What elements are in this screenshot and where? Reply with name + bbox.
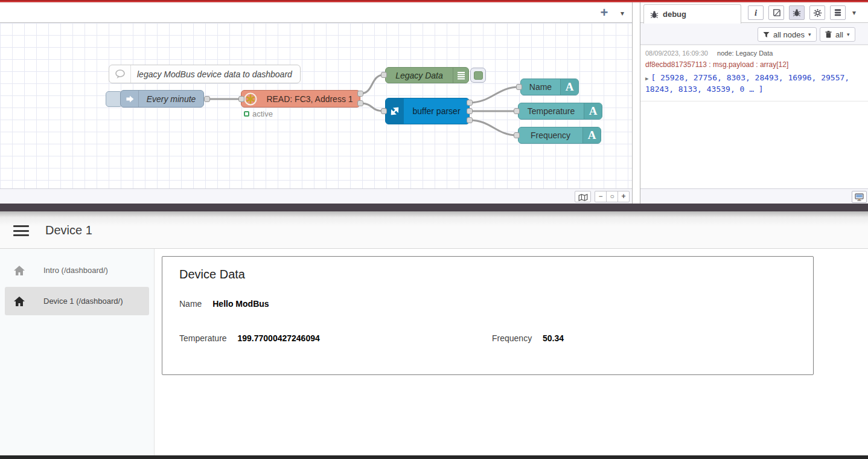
status-text: active: [252, 109, 273, 118]
message-meta: 08/09/2023, 16:09:30 node: Legacy Data: [645, 50, 864, 57]
ui-text-label: Temperature: [519, 103, 584, 119]
field-name: Name Hello ModBus: [179, 299, 269, 309]
comment-label: legacy ModBus device data to dashboard: [131, 65, 300, 83]
ui-text-node-temperature[interactable]: Temperature A: [518, 103, 602, 120]
dashboard-sidebar: Intro (/dashboard/) Device 1 (/dashboard…: [0, 249, 155, 455]
flow-list-caret-icon[interactable]: ▾: [617, 8, 628, 19]
flow-workspace[interactable]: + ▾: [0, 2, 633, 204]
info-tab-button[interactable]: i: [748, 5, 764, 20]
debug-node-label: Legacy Data: [386, 68, 453, 83]
filter-label: all nodes: [773, 30, 805, 39]
sidebar-footer: [640, 188, 868, 204]
field-label: Name: [179, 299, 202, 309]
modbus-status: active: [244, 109, 273, 118]
payload-line1: [ 25928, 27756, 8303, 28493, 16996, 2955…: [651, 73, 849, 82]
trash-icon: [825, 31, 832, 38]
ui-text-label: Name: [521, 79, 560, 95]
debug-tab-button[interactable]: [789, 5, 805, 20]
debug-enable-toggle[interactable]: [470, 68, 486, 83]
bug-icon: [650, 10, 659, 19]
gear-icon: [813, 8, 822, 18]
inject-node[interactable]: Every minute: [120, 90, 204, 108]
port-modbus-out2[interactable]: [357, 100, 363, 106]
sidebar-tabbar: debug i: [640, 2, 868, 23]
port-modbus-out1[interactable]: [357, 91, 363, 97]
book-icon: [772, 8, 781, 17]
field-value: Hello ModBus: [212, 299, 269, 309]
config-gear-button[interactable]: [809, 5, 825, 20]
sidebar-menu-caret-icon[interactable]: ▾: [852, 8, 856, 17]
open-dashboard-button[interactable]: [852, 191, 867, 203]
sidebar-item-device-1[interactable]: Device 1 (/dashboard/): [5, 287, 149, 315]
clear-messages-button[interactable]: all ▾: [820, 27, 855, 42]
comment-node[interactable]: legacy ModBus device data to dashboard: [109, 65, 301, 83]
ui-text-node-frequency[interactable]: Frequency A: [518, 127, 601, 144]
comment-bubble-icon: [109, 65, 131, 83]
modbus-label: READ: FC3, Address 1: [260, 91, 360, 107]
node-red-editor: + ▾: [0, 0, 868, 204]
caret-down-icon: ▾: [808, 31, 811, 37]
dashboard-main: Device Data Name Hello ModBus Temperatur…: [155, 249, 868, 455]
bug-icon: [793, 8, 801, 17]
editor-footer: − ○ +: [0, 188, 632, 204]
database-icon: [834, 8, 842, 17]
ui-text-node-name[interactable]: Name A: [520, 79, 579, 95]
status-active-icon: [244, 111, 249, 117]
debug-sidebar: debug i: [640, 2, 868, 204]
info-icon: i: [755, 8, 757, 18]
add-flow-button[interactable]: +: [596, 5, 612, 21]
port-name-in[interactable]: [516, 84, 522, 90]
zoom-out-button[interactable]: −: [595, 191, 607, 202]
field-label: Frequency: [492, 333, 532, 343]
port-temperature-in[interactable]: [514, 108, 520, 114]
port-parser-out1[interactable]: [467, 100, 473, 106]
field-temperature: Temperature 199.77000427246094: [179, 333, 320, 343]
zoom-in-button[interactable]: +: [617, 191, 630, 202]
context-data-button[interactable]: [830, 5, 846, 20]
tab-debug[interactable]: debug: [643, 4, 741, 24]
inject-label: Every minute: [139, 91, 203, 107]
home-icon: [13, 296, 25, 307]
menu-hamburger-icon[interactable]: [13, 225, 29, 236]
dashboard: Device 1 Intro (/dashboard/) Device 1 (/…: [0, 211, 868, 455]
text-format-icon: A: [582, 127, 601, 143]
field-frequency: Frequency 50.34: [492, 333, 564, 343]
debug-toggle-indicator: [474, 71, 483, 80]
clear-label: all: [835, 30, 843, 39]
navigator-map-icon[interactable]: [575, 191, 591, 202]
page-title: Device 1: [45, 223, 92, 237]
card-title: Device Data: [179, 268, 245, 281]
text-format-icon: A: [584, 103, 602, 119]
payload-line2: 18243, 8133, 43539, 0 … ]: [645, 85, 764, 94]
field-value: 50.34: [543, 333, 564, 343]
expand-arrows-icon: [386, 98, 404, 124]
filter-nodes-button[interactable]: all nodes ▾: [758, 27, 817, 42]
port-parser-out3[interactable]: [467, 117, 473, 123]
debug-node-legacy-data[interactable]: Legacy Data: [385, 67, 469, 83]
flow-tabbar: + ▾: [0, 2, 632, 23]
zoom-reset-button[interactable]: ○: [606, 191, 618, 202]
window-bottom-edge: [0, 455, 868, 459]
debug-message[interactable]: 08/09/2023, 16:09:30 node: Legacy Data d…: [640, 45, 868, 101]
monitor-icon: [855, 193, 864, 201]
port-legacy-in[interactable]: [381, 72, 387, 78]
buffer-parser-label: buffer parser: [404, 98, 469, 124]
expand-caret-icon[interactable]: ▶: [645, 75, 648, 82]
dashboard-body: Intro (/dashboard/) Device 1 (/dashboard…: [0, 249, 868, 455]
sidebar-item-intro[interactable]: Intro (/dashboard/): [5, 256, 149, 284]
buffer-parser-node[interactable]: buffer parser: [385, 98, 470, 124]
home-icon: [13, 265, 25, 276]
tab-debug-label: debug: [663, 10, 686, 19]
port-modbus-in[interactable]: [238, 96, 244, 102]
help-book-button[interactable]: [768, 5, 784, 20]
field-value: 199.77000427246094: [237, 333, 319, 343]
port-frequency-in[interactable]: [514, 132, 520, 138]
caret-down-icon: ▾: [847, 31, 850, 37]
device-data-card: Device Data Name Hello ModBus Temperatur…: [162, 256, 814, 375]
port-parser-in[interactable]: [381, 108, 387, 114]
modbus-read-node[interactable]: READ: FC3, Address 1: [241, 90, 360, 108]
port-inject-out[interactable]: [204, 96, 210, 102]
debug-message-list[interactable]: 08/09/2023, 16:09:30 node: Legacy Data d…: [640, 45, 868, 188]
sidebar-item-label: Device 1 (/dashboard/): [43, 297, 123, 306]
port-parser-out2[interactable]: [467, 108, 473, 114]
